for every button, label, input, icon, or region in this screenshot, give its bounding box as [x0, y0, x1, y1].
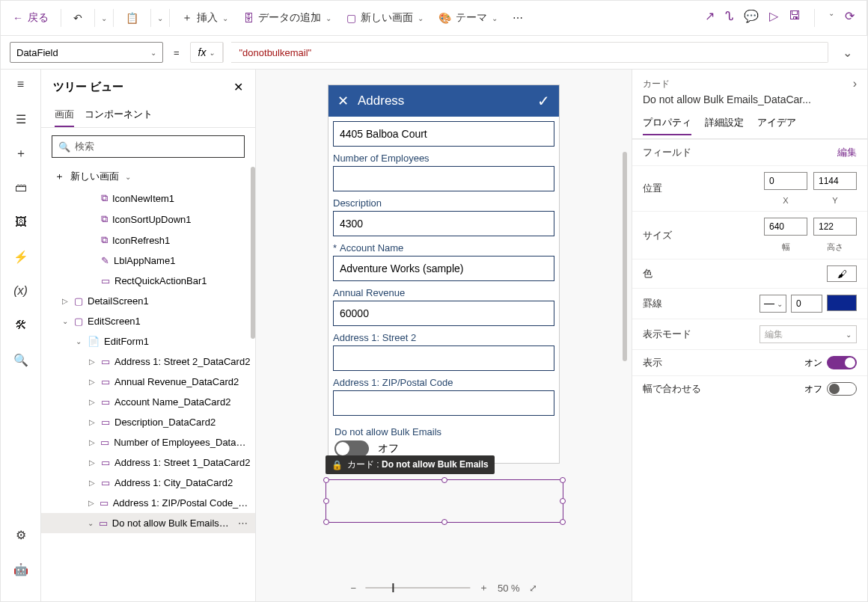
power-automate-icon[interactable]: ⚡	[12, 248, 30, 265]
insert-pane-icon[interactable]: ＋	[12, 144, 30, 162]
comments-icon[interactable]: 💬	[744, 9, 759, 27]
tree-item[interactable]: ▷▭Annual Revenue_DataCard2	[41, 372, 255, 392]
add-data-button[interactable]: 🗄 データの追加 ⌄	[237, 7, 337, 29]
tree-item[interactable]: ▷▭Address 1: Street 2_DataCard2	[41, 351, 255, 372]
zip-input[interactable]	[333, 390, 554, 416]
visible-toggle[interactable]	[827, 356, 857, 369]
tab-components[interactable]: コンポーネント	[85, 103, 153, 127]
tab-properties[interactable]: プロパティ	[643, 111, 691, 135]
tree-item-icon: ▭	[101, 417, 110, 428]
size-w-input[interactable]	[764, 218, 807, 236]
tree-item[interactable]: ⧉IconNewItem1	[41, 188, 255, 209]
formula-expand-button[interactable]: ⌄	[836, 46, 858, 60]
tree-item[interactable]: ✎LblAppName1	[41, 251, 255, 271]
tree-item[interactable]: ⌄▢EditScreen1	[41, 311, 255, 331]
tree-item-icon: ▭	[100, 497, 109, 509]
tree-search-input[interactable]: 🔍 検索	[52, 135, 245, 158]
property-selector-value: DataField	[16, 47, 58, 58]
advanced-tools-icon[interactable]: 🛠	[12, 316, 30, 334]
overflow-button[interactable]: ⋯	[507, 7, 529, 28]
virtual-agent-icon[interactable]: 🤖	[12, 560, 30, 578]
border-width-input[interactable]	[791, 295, 822, 313]
tree-item[interactable]: ▷▭Address 1: Street 1_DataCard2	[41, 452, 255, 473]
zoom-out-button[interactable]: −	[350, 583, 356, 594]
color-picker[interactable]: 🖌	[827, 265, 857, 282]
zoom-slider[interactable]	[365, 587, 470, 589]
preview-icon[interactable]: ▷	[769, 9, 778, 27]
settings-icon[interactable]: ⚙	[12, 526, 30, 544]
tree-item-label: Account Name_DataCard2	[114, 396, 230, 408]
scrollbar-thumb[interactable]	[251, 167, 255, 339]
hamburger-icon[interactable]: ≡	[12, 76, 30, 93]
zoom-in-button[interactable]: ＋	[479, 581, 489, 595]
display-mode-select[interactable]: 編集⌄	[760, 325, 857, 343]
theme-button[interactable]: 🎨 テーマ ⌄	[433, 7, 504, 29]
size-h-input[interactable]	[813, 218, 857, 236]
tree-item[interactable]: ⧉IconSortUpDown1	[41, 209, 255, 230]
street1-input[interactable]	[333, 121, 554, 147]
street2-input[interactable]	[333, 345, 554, 371]
canvas-scrollbar[interactable]	[623, 152, 627, 361]
bulk-email-card[interactable]: Do not allow Bulk Emails オフ	[333, 422, 554, 458]
canvas[interactable]: ✕ Address ✓ Number of Employees Descript…	[256, 70, 632, 602]
tree-item[interactable]: ▷▢DetailScreen1	[41, 291, 255, 311]
position-x-input[interactable]	[764, 172, 807, 190]
tree-item[interactable]: ⌄▭Do not allow Bulk Emails_DataCard2⋯	[41, 513, 255, 533]
command-bar: ← 戻る ↶ ⌄ 📋 ⌄ ＋ 挿入 ⌄ 🗄 データの追加 ⌄ ▢ 新しい画面 ⌄…	[0, 0, 867, 36]
tree-view-icon[interactable]: ☰	[12, 110, 30, 128]
chevron-right-icon[interactable]: ›	[853, 77, 857, 90]
annual-revenue-input[interactable]	[333, 301, 554, 326]
save-icon[interactable]: 🖫	[789, 9, 801, 27]
tab-advanced[interactable]: 詳細設定	[705, 111, 744, 135]
num-employees-input[interactable]	[333, 166, 554, 191]
search-icon[interactable]: 🔍	[12, 351, 30, 369]
close-icon[interactable]: ✕	[337, 93, 349, 109]
annual-revenue-label: Annual Revenue	[333, 287, 554, 298]
tree-item[interactable]: ▭RectQuickActionBar1	[41, 271, 255, 291]
fit-to-screen-icon[interactable]: ⤢	[529, 583, 537, 594]
tree-item[interactable]: ⧉IconRefresh1	[41, 230, 255, 251]
save-split-chevron[interactable]: ⌄	[828, 9, 834, 27]
tree-item[interactable]: ▷▭Address 1: ZIP/Postal Code_DataCard2	[41, 493, 255, 513]
insert-button[interactable]: ＋ 挿入 ⌄	[176, 7, 234, 29]
screen-header: ✕ Address ✓	[328, 85, 559, 117]
tree-item-icon: ▭	[101, 396, 110, 408]
paste-button[interactable]: 📋	[120, 7, 144, 28]
border-style-select[interactable]: ⌄	[760, 295, 786, 313]
edit-fields-link[interactable]: 編集	[837, 146, 857, 159]
tree-item[interactable]: ▷▭Description_DataCard2	[41, 412, 255, 432]
undo-split-chevron[interactable]: ⌄	[101, 14, 107, 22]
property-selector[interactable]: DataField ⌄	[10, 42, 163, 63]
tree-item[interactable]: ▷▭Address 1: City_DataCard2	[41, 473, 255, 493]
data-pane-icon[interactable]: 🗃	[12, 179, 30, 197]
more-icon[interactable]: ⋯	[233, 517, 252, 529]
share-icon[interactable]: ↗	[705, 9, 715, 27]
app-checker-icon[interactable]: ᔐ	[725, 9, 733, 27]
width-fit-toggle[interactable]	[827, 382, 857, 396]
tree-new-screen-button[interactable]: ＋ 新しい画面 ⌄	[41, 165, 255, 188]
formula-input[interactable]: "donotbulkemail"	[231, 42, 828, 63]
tree-item[interactable]: ⌄📄EditForm1	[41, 331, 255, 351]
check-icon[interactable]: ✓	[537, 92, 550, 110]
chevron-down-icon: ⌄	[222, 14, 228, 22]
publish-icon[interactable]: ⟳	[845, 9, 855, 27]
bulk-email-toggle[interactable]	[334, 440, 369, 457]
tab-screens[interactable]: 画面	[55, 103, 74, 127]
new-screen-button[interactable]: ▢ 新しい画面 ⌄	[340, 7, 430, 29]
back-button[interactable]: ← 戻る	[7, 7, 55, 29]
tree-item-label: IconRefresh1	[112, 235, 170, 246]
close-icon[interactable]: ✕	[233, 80, 243, 94]
plus-icon: ＋	[55, 170, 64, 183]
border-color-picker[interactable]	[827, 295, 857, 311]
variables-icon[interactable]: (x)	[12, 282, 30, 300]
paste-split-chevron[interactable]: ⌄	[157, 14, 163, 22]
account-name-input[interactable]	[333, 256, 554, 281]
fx-button[interactable]: fx⌄	[191, 43, 224, 62]
description-input[interactable]	[333, 211, 554, 236]
tab-ideas[interactable]: アイデア	[757, 111, 796, 135]
position-y-input[interactable]	[813, 172, 857, 190]
media-pane-icon[interactable]: 🖼	[12, 213, 30, 231]
tree-item[interactable]: ▷▭Account Name_DataCard2	[41, 392, 255, 412]
tree-item[interactable]: ▷▭Number of Employees_DataCard2	[41, 432, 255, 452]
undo-button[interactable]: ↶	[67, 7, 88, 28]
